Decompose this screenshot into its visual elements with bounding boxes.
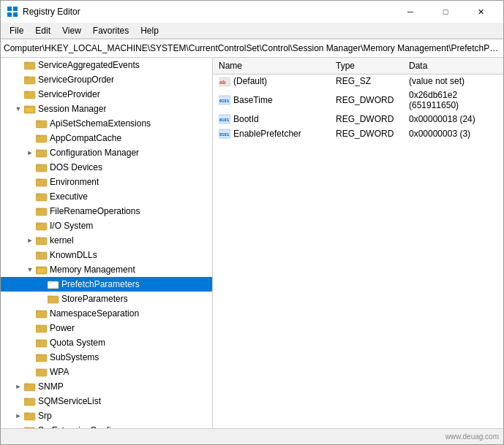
- menu-view[interactable]: View: [56, 24, 87, 37]
- svg-text:ab: ab: [219, 80, 225, 85]
- folder-icon-namespaceseparation: [36, 308, 48, 319]
- close-button[interactable]: ✕: [464, 1, 497, 23]
- cell-name-1: 0101 BaseTime: [213, 88, 330, 112]
- menu-favorites[interactable]: Favorites: [87, 24, 135, 37]
- tree-item-serviceprovider[interactable]: ServiceProvider: [1, 87, 212, 102]
- cell-name-text-2: BootId: [233, 114, 259, 124]
- tree-item-configurationmanager[interactable]: ► Configuration Manager: [1, 145, 212, 160]
- cell-data-0: (value not set): [403, 74, 503, 88]
- tree-item-storeparameters[interactable]: StoreParameters: [1, 292, 212, 306]
- svg-text:0101: 0101: [219, 118, 230, 122]
- table-row[interactable]: ab (Default)REG_SZ(value not set): [213, 74, 503, 88]
- tree-item-environment[interactable]: Environment: [1, 175, 212, 189]
- cell-name-text-0: (Default): [233, 76, 267, 86]
- content-area: ServiceAggregatedEvents ServiceGroupOrde…: [1, 58, 503, 428]
- cell-name-3: 0101 EnablePrefetcher: [213, 126, 330, 141]
- folder-icon-apisemanticextensions: [36, 118, 48, 129]
- tree-toggle-sessionmanager: ▼: [12, 103, 24, 115]
- svg-rect-35: [37, 268, 46, 273]
- registry-table: Name Type Data ab (Default)REG_SZ(value …: [213, 58, 503, 141]
- maximize-button[interactable]: □: [429, 1, 462, 23]
- tree-toggle-iosystem: [24, 220, 36, 232]
- folder-icon-subsystems: [36, 351, 48, 363]
- address-path[interactable]: Computer\HKEY_LOCAL_MACHINE\SYSTEM\Curre…: [4, 43, 500, 53]
- tree-item-serviceaggregatedevents[interactable]: ServiceAggregatedEvents: [1, 58, 212, 72]
- tree-item-srpextensionconfig[interactable]: SrpExtensionConfig: [1, 423, 212, 428]
- watermark: www.deuag.com: [445, 433, 499, 441]
- menu-file[interactable]: File: [4, 24, 29, 37]
- tree-toggle-snmp: ►: [12, 381, 24, 392]
- folder-icon-servicegrouporder: [24, 74, 36, 85]
- cell-type-3: REG_DWORD: [330, 126, 403, 141]
- tree-label-namespaceseparation: NamespaceSeparation: [50, 308, 139, 319]
- menu-help[interactable]: Help: [135, 24, 165, 37]
- tree-toggle-configurationmanager: ►: [24, 147, 36, 159]
- tree-item-sessionmanager[interactable]: ▼ Session Manager: [1, 102, 212, 116]
- cell-data-1: 0x26db61e2 (651911650): [403, 88, 503, 112]
- col-header-name: Name: [213, 58, 330, 74]
- cell-type-1: REG_DWORD: [330, 88, 403, 112]
- tree-label-snmp: SNMP: [38, 381, 64, 392]
- tree-item-iosystem[interactable]: I/O System: [1, 218, 212, 233]
- tree-item-dosdevices[interactable]: DOS Devices: [1, 160, 212, 175]
- tree-item-appcompatcache[interactable]: AppCompatCache: [1, 131, 212, 145]
- tree-item-subsystems[interactable]: SubSystems: [1, 350, 212, 365]
- svg-rect-5: [24, 62, 29, 64]
- tree-label-prefetchparameters: PrefetchParameters: [61, 279, 140, 289]
- tree-toggle-knowndlls: [24, 249, 36, 261]
- tree-item-kernel[interactable]: ► kernel: [1, 233, 212, 248]
- svg-rect-16: [36, 135, 40, 137]
- table-row[interactable]: 0101 BaseTimeREG_DWORD0x26db61e2 (651911…: [213, 88, 503, 112]
- menu-edit[interactable]: Edit: [29, 24, 56, 37]
- svg-rect-22: [36, 179, 40, 180]
- tree-item-filerenameoperations[interactable]: FileRenameOperations: [1, 204, 212, 218]
- folder-icon-dosdevices: [36, 161, 48, 173]
- registry-editor-window: Registry Editor ─ □ ✕ File Edit View Fav…: [0, 0, 504, 445]
- cell-name-text-3: EnablePrefetcher: [233, 129, 301, 139]
- cell-type-2: REG_DWORD: [330, 112, 403, 126]
- table-row[interactable]: 0101 BootIdREG_DWORD0x00000018 (24): [213, 112, 503, 126]
- tree-item-power[interactable]: Power: [1, 321, 212, 335]
- folder-icon-iosystem: [36, 220, 48, 232]
- tree-label-iosystem: I/O System: [50, 221, 93, 231]
- cell-name-text-1: BaseTime: [233, 95, 273, 105]
- folder-icon-memorymanagement: [36, 264, 48, 275]
- tree-item-prefetchparameters[interactable]: PrefetchParameters: [1, 277, 212, 292]
- tree-label-subsystems: SubSystems: [50, 352, 99, 362]
- tree-toggle-serviceprovider: [12, 88, 24, 100]
- svg-rect-41: [36, 311, 40, 312]
- folder-icon-prefetchparameters: [48, 278, 59, 290]
- folder-icon-sqmservicelist: [24, 395, 36, 407]
- svg-rect-30: [36, 237, 40, 239]
- tree-item-servicegrouporder[interactable]: ServiceGroupOrder: [1, 72, 212, 87]
- tree-toggle-power: [24, 322, 36, 334]
- tree-toggle-sqmservicelist: [12, 395, 24, 407]
- tree-label-wpa: WPA: [50, 367, 69, 377]
- tree-label-knowndlls: KnownDLLs: [50, 250, 97, 260]
- tree-item-sqmservicelist[interactable]: SQMServiceList: [1, 394, 212, 408]
- tree-item-wpa[interactable]: WPA: [1, 365, 212, 379]
- minimize-button[interactable]: ─: [394, 1, 427, 23]
- table-row[interactable]: 0101 EnablePrefetcherREG_DWORD0x00000003…: [213, 126, 503, 141]
- svg-rect-11: [24, 106, 29, 107]
- svg-rect-12: [25, 107, 34, 113]
- tree-item-memorymanagement[interactable]: ▼ Memory Management: [1, 262, 212, 277]
- cell-name-2: 0101 BootId: [213, 112, 330, 126]
- tree-toggle-appcompatcache: [24, 132, 36, 144]
- tree-item-quotasystem[interactable]: Quota System: [1, 335, 212, 350]
- col-header-type: Type: [330, 58, 403, 74]
- tree-item-namespaceseparation[interactable]: NamespaceSeparation: [1, 306, 212, 321]
- folder-icon-environment: [36, 176, 48, 188]
- svg-rect-45: [36, 340, 40, 341]
- tree-item-apisemanticextensions[interactable]: ApiSetSchemaExtensions: [1, 116, 212, 131]
- tree-item-srp[interactable]: ► Srp: [1, 408, 212, 423]
- svg-rect-7: [24, 77, 29, 78]
- svg-rect-0: [7, 7, 12, 11]
- tree-item-knowndlls[interactable]: KnownDLLs: [1, 248, 212, 262]
- tree-item-snmp[interactable]: ► SNMP: [1, 379, 212, 394]
- tree-label-sessionmanager: Session Manager: [38, 104, 106, 114]
- folder-icon-executive: [36, 191, 48, 202]
- tree-toggle-storeparameters: [36, 293, 48, 305]
- tree-item-executive[interactable]: Executive: [1, 189, 212, 204]
- tree-label-serviceprovider: ServiceProvider: [38, 89, 100, 99]
